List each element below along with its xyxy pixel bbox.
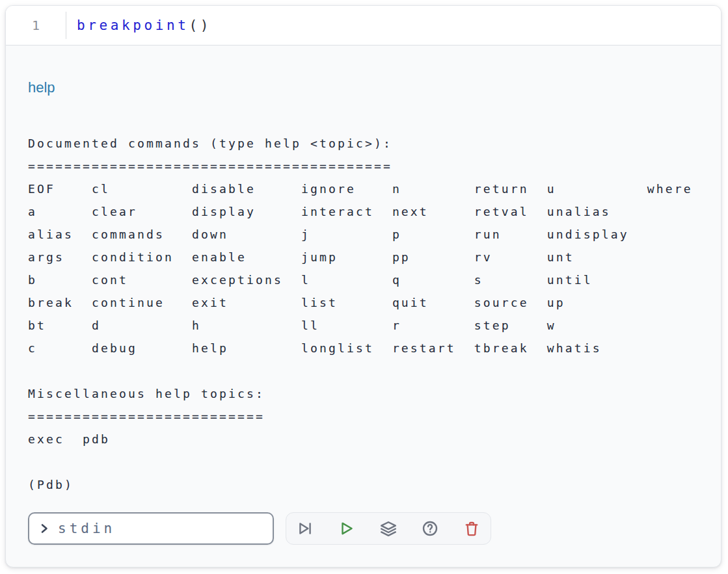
step-forward-icon bbox=[297, 520, 314, 537]
help-button[interactable] bbox=[422, 520, 438, 537]
input-row bbox=[28, 512, 699, 545]
stdin-input[interactable] bbox=[57, 520, 263, 537]
line-number-gutter[interactable]: 1 bbox=[6, 18, 66, 33]
layers-icon bbox=[380, 520, 397, 537]
stdin-box[interactable] bbox=[28, 512, 274, 545]
play-icon bbox=[338, 520, 355, 537]
run-button[interactable] bbox=[338, 520, 355, 537]
console-panel: help Documented commands (type help <top… bbox=[6, 79, 721, 545]
toolbar bbox=[286, 512, 491, 545]
code-parens-token: () bbox=[189, 18, 211, 33]
trash-icon bbox=[463, 520, 480, 537]
help-circle-icon bbox=[422, 520, 438, 537]
step-forward-button[interactable] bbox=[297, 520, 314, 537]
clear-button[interactable] bbox=[463, 520, 480, 537]
code-line[interactable]: breakpoint() bbox=[77, 18, 211, 33]
code-editor-line: 1 breakpoint() bbox=[6, 6, 721, 46]
chevron-right-icon bbox=[38, 523, 50, 534]
console-output: Documented commands (type help <topic>):… bbox=[28, 132, 699, 496]
code-function-token: breakpoint bbox=[77, 18, 189, 33]
repl-card: 1 breakpoint() help Documented commands … bbox=[5, 5, 721, 567]
command-echo: help bbox=[28, 79, 699, 96]
gutter-divider bbox=[66, 12, 66, 39]
stack-button[interactable] bbox=[380, 520, 397, 537]
line-number: 1 bbox=[32, 18, 40, 33]
